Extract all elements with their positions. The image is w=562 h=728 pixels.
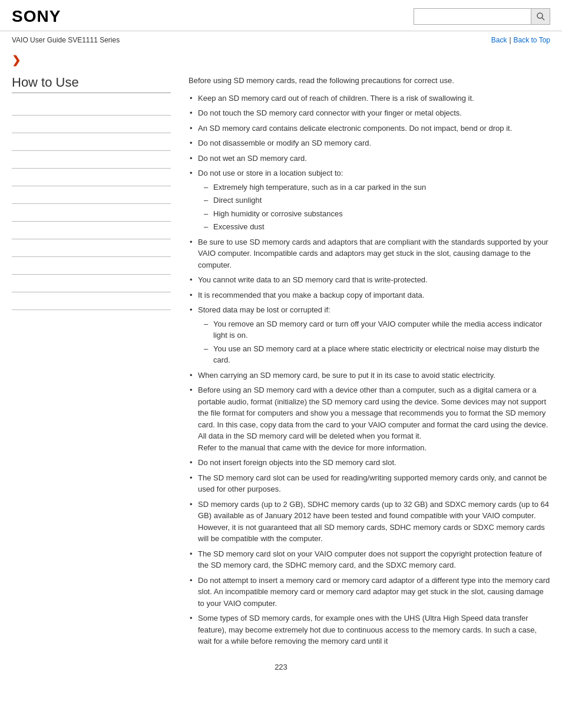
sidebar-item-12[interactable]: [12, 292, 171, 310]
sub-list-item-6-3: High humidity or corrosive substances: [204, 208, 550, 220]
nav-links: Back | Back to Top: [491, 36, 550, 44]
guide-title: VAIO User Guide SVE1111 Series: [12, 36, 120, 44]
search-area: [414, 8, 550, 25]
content-list-item-17: Do not attempt to insert a memory card o…: [189, 575, 550, 610]
content-list-item-13: Do not insert foreign objects into the S…: [189, 457, 550, 469]
content-list-item-10: Stored data may be lost or corrupted if:…: [189, 304, 550, 366]
sidebar-item-6[interactable]: [12, 186, 171, 204]
breadcrumb-arrow: ❯: [0, 49, 562, 69]
back-link[interactable]: Back: [491, 36, 507, 44]
sidebar-item-10[interactable]: [12, 257, 171, 275]
sub-list-item-10-1: You remove an SD memory card or turn off…: [204, 318, 550, 341]
sub-header: VAIO User Guide SVE1111 Series Back | Ba…: [0, 31, 562, 49]
sub-list-10: You remove an SD memory card or turn off…: [204, 318, 550, 366]
sidebar-item-11[interactable]: [12, 275, 171, 292]
sidebar-item-9[interactable]: [12, 239, 171, 257]
sidebar-item-5[interactable]: [12, 169, 171, 186]
content-list-item-16: The SD memory card slot on your VAIO com…: [189, 548, 550, 571]
sidebar-item-8[interactable]: [12, 222, 171, 239]
sidebar-item-3[interactable]: [12, 133, 171, 151]
search-input[interactable]: [414, 8, 531, 25]
content-list: Keep an SD memory card out of reach of c…: [189, 93, 550, 647]
content-list-item-15: SD memory cards (up to 2 GB), SDHC memor…: [189, 499, 550, 545]
content-list-item-5: Do not wet an SD memory card.: [189, 153, 550, 164]
search-icon: [536, 12, 546, 21]
sub-list-item-6-4: Excessive dust: [204, 221, 550, 233]
content-list-item-7: Be sure to use SD memory cards and adapt…: [189, 236, 550, 271]
content-list-item-6: Do not use or store in a location subjec…: [189, 167, 550, 233]
content-list-item-1: Keep an SD memory card out of reach of c…: [189, 93, 550, 104]
content-intro: Before using SD memory cards, read the f…: [189, 75, 550, 87]
sub-list-item-6-2: Direct sunlight: [204, 195, 550, 206]
content-list-item-9: It is recommended that you make a backup…: [189, 289, 550, 301]
sub-list-item-6-1: Extremely high temperature, such as in a…: [204, 182, 550, 193]
sidebar-item-2[interactable]: [12, 116, 171, 133]
sidebar-item-1[interactable]: [12, 98, 171, 116]
sub-list-item-10-2: You use an SD memory card at a place whe…: [204, 343, 550, 366]
content-list-item-4: Do not disassemble or modify an SD memor…: [189, 137, 550, 149]
content-list-item-3: An SD memory card contains delicate elec…: [189, 123, 550, 134]
sidebar-item-4[interactable]: [12, 151, 171, 169]
page-footer: 223: [0, 651, 562, 683]
svg-line-1: [542, 18, 544, 20]
nav-separator: |: [509, 36, 511, 44]
back-to-top-link[interactable]: Back to Top: [514, 36, 550, 44]
search-button[interactable]: [531, 8, 550, 25]
content-list-item-12: Before using an SD memory card with a de…: [189, 384, 550, 453]
content-area: Before using SD memory cards, read the f…: [183, 69, 550, 651]
svg-point-0: [537, 13, 543, 18]
page-number: 223: [275, 663, 287, 671]
sidebar: How to Use: [12, 69, 183, 651]
content-list-item-14: The SD memory card slot can be used for …: [189, 472, 550, 495]
sub-list-6: Extremely high temperature, such as in a…: [204, 182, 550, 233]
content-list-item-2: Do not touch the SD memory card connecto…: [189, 107, 550, 119]
content-list-item-11: When carrying an SD memory card, be sure…: [189, 370, 550, 381]
sidebar-title: How to Use: [12, 75, 171, 93]
content-list-item-18: Some types of SD memory cards, for examp…: [189, 612, 550, 647]
sidebar-item-7[interactable]: [12, 204, 171, 222]
content-list-item-8: You cannot write data to an SD memory ca…: [189, 274, 550, 286]
header: SONY: [0, 0, 562, 31]
sony-logo: SONY: [12, 7, 61, 26]
main-content: How to Use Before using SD memory cards,…: [0, 69, 562, 651]
